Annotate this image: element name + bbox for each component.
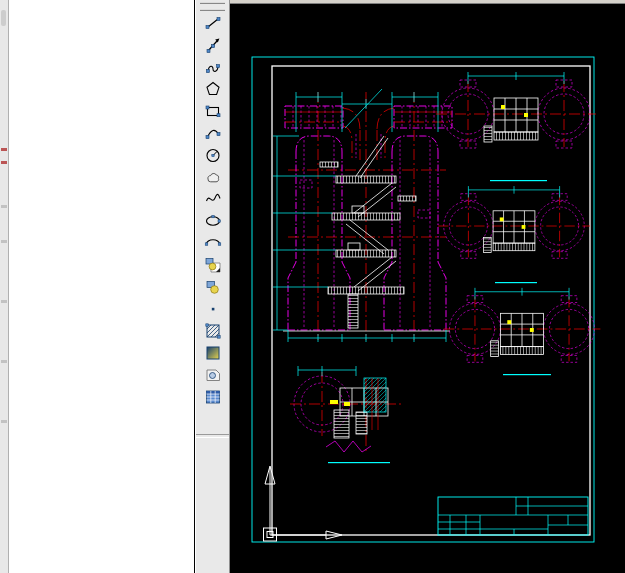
toolbar-button-ellipse[interactable] (196, 210, 229, 232)
clipped-icon-mark (1, 161, 7, 164)
toolbar-button-revision-cloud[interactable] (196, 166, 229, 188)
name-column-header[interactable] (9, 0, 194, 18)
make-block-icon (203, 277, 223, 297)
clipped-icon-mark (1, 148, 7, 151)
circle-icon (203, 145, 223, 165)
caption-underline (503, 374, 551, 375)
title-block (438, 497, 588, 535)
insert-block-icon (203, 255, 223, 275)
point-icon (203, 299, 223, 319)
plan-view-middle (438, 186, 590, 283)
toolbar-button-multiline-text[interactable] (196, 408, 229, 430)
toolbar-button-gradient[interactable] (196, 342, 229, 364)
hatch-icon (203, 321, 223, 341)
toolbar-button-rectangle[interactable] (196, 100, 229, 122)
toolbar-button-polygon[interactable] (196, 78, 229, 100)
toolbar-button-insert-block[interactable] (196, 254, 229, 276)
clipped-icon-mark (1, 240, 7, 243)
toolbar-button-circle[interactable] (196, 144, 229, 166)
clipped-icon-mark (1, 420, 7, 423)
left-edge-strip (0, 0, 9, 573)
clipped-icon-mark (1, 205, 7, 208)
polygon-icon (203, 79, 223, 99)
construction-line-icon (203, 35, 223, 55)
plan-view-left (290, 366, 402, 463)
toolbar-button-table[interactable] (196, 386, 229, 408)
elevation-view (273, 89, 452, 342)
toolbar-button-spline[interactable] (196, 188, 229, 210)
toolbar-end-divider (196, 434, 229, 438)
clipped-icon-mark (1, 360, 7, 363)
panel-grip (1, 10, 6, 26)
spline-icon (203, 189, 223, 209)
toolbar-button-polyline[interactable] (196, 56, 229, 78)
clipped-icon-mark (1, 300, 7, 303)
toolbar-button-ellipse-arc[interactable] (196, 232, 229, 254)
file-list-panel (9, 0, 194, 573)
rectangle-icon (203, 101, 223, 121)
caption-underline (328, 462, 390, 463)
cad-drawing (229, 0, 625, 573)
ellipse-icon (203, 211, 223, 231)
draw-toolbar (195, 0, 230, 573)
toolbar-button-arc[interactable] (196, 122, 229, 144)
toolbar-button-hatch[interactable] (196, 320, 229, 342)
polyline-icon (203, 57, 223, 77)
caption-underline (495, 282, 537, 283)
arc-icon (203, 123, 223, 143)
ucs-icon (264, 466, 343, 541)
revision-cloud-icon (203, 167, 223, 187)
toolbar-button-point[interactable] (196, 298, 229, 320)
gradient-icon (203, 343, 223, 363)
toolbar-button-line[interactable] (196, 12, 229, 34)
cad-application-window: { "file_panel": { "header": "名称", "items… (0, 0, 625, 573)
caption-underline (490, 180, 547, 181)
drawing-frame (252, 57, 594, 542)
toolbar-drag-handle[interactable] (200, 2, 225, 11)
region-icon (203, 365, 223, 385)
cad-viewport[interactable] (229, 0, 625, 573)
plan-view-top (436, 72, 596, 181)
ellipse-arc-icon (203, 233, 223, 253)
multiline-text-icon (203, 409, 223, 429)
table-icon (203, 387, 223, 407)
toolbar-button-construction-line[interactable] (196, 34, 229, 56)
toolbar-button-region[interactable] (196, 364, 229, 386)
line-icon (203, 13, 223, 33)
plan-view-bottom (444, 288, 601, 375)
toolbar-button-make-block[interactable] (196, 276, 229, 298)
